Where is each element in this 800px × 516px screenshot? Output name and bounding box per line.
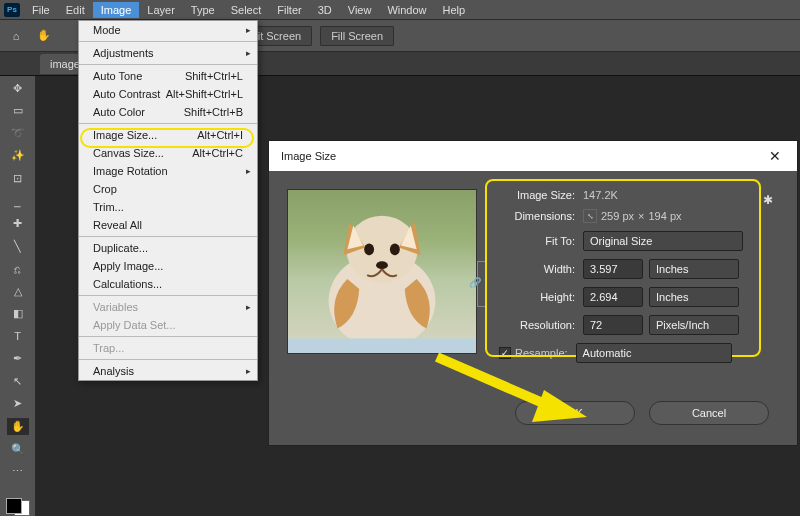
dimensions-unit-icon[interactable]: ⤡ — [583, 209, 597, 223]
image-size-value: 147.2K — [583, 189, 618, 201]
marquee-tool-icon[interactable]: ▭ — [7, 103, 29, 120]
menu-item-adjustments[interactable]: Adjustments — [79, 44, 257, 62]
zoom-tool-icon[interactable]: 🔍 — [7, 441, 29, 458]
menu-item-auto-color[interactable]: Auto ColorShift+Ctrl+B — [79, 103, 257, 121]
cancel-button[interactable]: Cancel — [649, 401, 769, 425]
image-size-label: Image Size: — [491, 189, 575, 201]
app-icon: Ps — [4, 3, 20, 17]
tools-panel: ✥ ▭ ➰ ✨ ⊡ ⎯ ✚ ╲ ⎌ △ ◧ T ✒ ↖ ➤ ✋ 🔍 ⋯ — [0, 76, 36, 516]
width-unit-select[interactable]: Inches — [649, 259, 739, 279]
more-tools-icon[interactable]: ⋯ — [7, 463, 29, 480]
menu-item-reveal-all[interactable]: Reveal All — [79, 216, 257, 234]
height-label: Height: — [491, 291, 575, 303]
lasso-tool-icon[interactable]: ➰ — [7, 125, 29, 142]
dimensions-sep: × — [638, 210, 644, 222]
resample-select[interactable]: Automatic — [576, 343, 732, 363]
resample-checkbox[interactable]: ✓ — [499, 347, 511, 359]
hand-tool-icon[interactable]: ✋ — [7, 418, 29, 435]
menu-window[interactable]: Window — [379, 2, 434, 18]
menu-item-auto-contrast[interactable]: Auto ContrastAlt+Shift+Ctrl+L — [79, 85, 257, 103]
svg-point-3 — [390, 243, 400, 255]
menu-type[interactable]: Type — [183, 2, 223, 18]
height-unit-select[interactable]: Inches — [649, 287, 739, 307]
gear-icon[interactable]: ✱ — [763, 193, 773, 207]
dimensions-height: 194 px — [648, 210, 681, 222]
menu-item-auto-tone[interactable]: Auto ToneShift+Ctrl+L — [79, 67, 257, 85]
resolution-input[interactable] — [583, 315, 643, 335]
brush-tool-icon[interactable]: ╲ — [7, 238, 29, 255]
wand-tool-icon[interactable]: ✨ — [7, 148, 29, 165]
menu-select[interactable]: Select — [223, 2, 270, 18]
ok-button[interactable]: OK — [515, 401, 635, 425]
arrow-tool-icon[interactable]: ➤ — [7, 396, 29, 413]
menu-item-image-rotation[interactable]: Image Rotation — [79, 162, 257, 180]
image-size-dialog: Image Size ✕ ✱ — [268, 140, 798, 446]
menu-item-analysis[interactable]: Analysis — [79, 362, 257, 380]
menu-item-variables: Variables — [79, 298, 257, 316]
resolution-label: Resolution: — [491, 319, 575, 331]
svg-rect-5 — [288, 338, 476, 353]
move-tool-icon[interactable]: ✥ — [7, 80, 29, 97]
menu-3d[interactable]: 3D — [310, 2, 340, 18]
menu-image[interactable]: Image — [93, 2, 140, 18]
svg-point-2 — [364, 243, 374, 255]
hand-icon[interactable]: ✋ — [34, 26, 54, 46]
menu-item-apply-data-set: Apply Data Set... — [79, 316, 257, 334]
menu-item-crop[interactable]: Crop — [79, 180, 257, 198]
fit-to-label: Fit To: — [491, 235, 575, 247]
gradient-tool-icon[interactable]: ◧ — [7, 305, 29, 322]
svg-point-4 — [376, 261, 388, 269]
image-preview — [287, 189, 477, 354]
menu-layer[interactable]: Layer — [139, 2, 183, 18]
dimensions-width: 259 px — [601, 210, 634, 222]
menu-item-duplicate[interactable]: Duplicate... — [79, 239, 257, 257]
width-label: Width: — [491, 263, 575, 275]
type-tool-icon[interactable]: T — [7, 328, 29, 345]
menubar: Ps File Edit Image Layer Type Select Fil… — [0, 0, 800, 20]
swatch[interactable] — [6, 498, 30, 516]
link-icon[interactable]: 🔗 — [469, 277, 481, 288]
menu-edit[interactable]: Edit — [58, 2, 93, 18]
close-icon[interactable]: ✕ — [761, 146, 789, 166]
home-icon[interactable]: ⌂ — [6, 26, 26, 46]
menu-filter[interactable]: Filter — [269, 2, 309, 18]
resolution-unit-select[interactable]: Pixels/Inch — [649, 315, 739, 335]
eyedropper-tool-icon[interactable]: ⎯ — [7, 193, 29, 210]
menu-item-trim[interactable]: Trim... — [79, 198, 257, 216]
menu-item-calculations[interactable]: Calculations... — [79, 275, 257, 293]
height-input[interactable] — [583, 287, 643, 307]
eraser-tool-icon[interactable]: △ — [7, 283, 29, 300]
dialog-title: Image Size — [281, 150, 336, 162]
menu-file[interactable]: File — [24, 2, 58, 18]
pen-tool-icon[interactable]: ✒ — [7, 351, 29, 368]
menu-item-apply-image[interactable]: Apply Image... — [79, 257, 257, 275]
menu-view[interactable]: View — [340, 2, 380, 18]
resample-label: Resample: — [515, 347, 568, 359]
menu-item-canvas-size[interactable]: Canvas Size...Alt+Ctrl+C — [79, 144, 257, 162]
fit-to-select[interactable]: Original Size — [583, 231, 743, 251]
menu-help[interactable]: Help — [435, 2, 474, 18]
width-input[interactable] — [583, 259, 643, 279]
crop-tool-icon[interactable]: ⊡ — [7, 170, 29, 187]
fill-screen-button[interactable]: Fill Screen — [320, 26, 394, 46]
menu-item-image-size[interactable]: Image Size...Alt+Ctrl+I — [79, 126, 257, 144]
image-menu-dropdown: Mode Adjustments Auto ToneShift+Ctrl+L A… — [78, 20, 258, 381]
menu-item-trap: Trap... — [79, 339, 257, 357]
path-tool-icon[interactable]: ↖ — [7, 373, 29, 390]
dialog-titlebar[interactable]: Image Size ✕ — [269, 141, 797, 171]
dimensions-label: Dimensions: — [491, 210, 575, 222]
link-bracket: 🔗 — [477, 261, 489, 307]
dialog-fields: ✱ Image Size: 147.2K Dimensions: ⤡ 259 p… — [491, 189, 779, 371]
heal-tool-icon[interactable]: ✚ — [7, 215, 29, 232]
menu-item-mode[interactable]: Mode — [79, 21, 257, 39]
stamp-tool-icon[interactable]: ⎌ — [7, 260, 29, 277]
